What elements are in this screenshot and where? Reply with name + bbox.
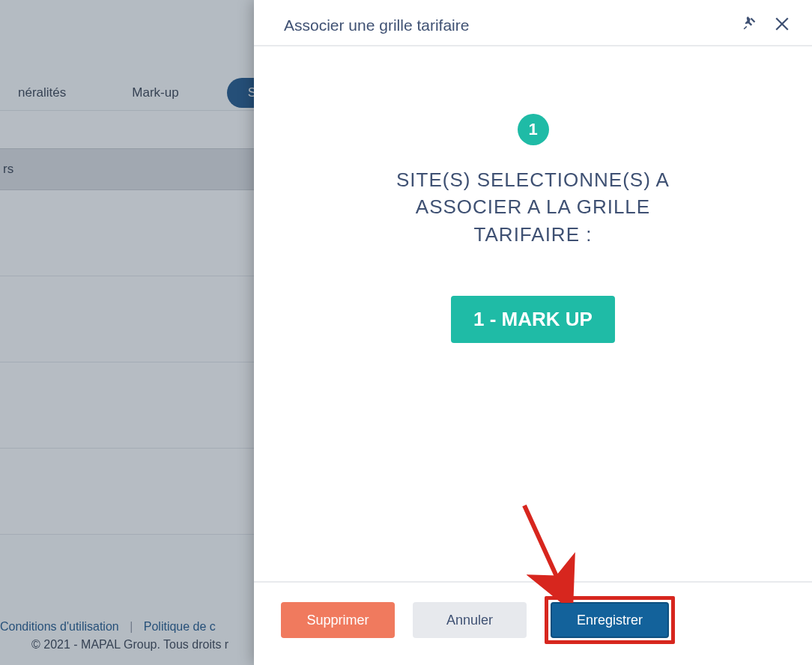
cancel-button[interactable]: Annuler [413,602,527,638]
panel-body: 1 SITE(S) SELECTIONNE(S) A ASSOCIER A LA… [254,46,812,581]
markup-badge[interactable]: 1 - MARK UP [451,296,615,343]
side-panel: Associer une grille tarifaire 1 SITE(S) … [254,0,812,665]
panel-title: Associer une grille tarifaire [284,16,469,34]
svg-rect-0 [744,26,748,30]
pin-icon[interactable] [742,16,757,34]
close-icon[interactable] [775,16,790,34]
panel-body-text: SITE(S) SELECTIONNE(S) A ASSOCIER A LA G… [376,166,691,248]
save-button[interactable]: Enregistrer [551,602,669,638]
save-button-highlight: Enregistrer [545,596,675,644]
panel-footer: Supprimer Annuler Enregistrer [254,581,812,665]
delete-button[interactable]: Supprimer [281,602,395,638]
panel-header: Associer une grille tarifaire [254,0,812,46]
count-badge: 1 [518,114,549,145]
